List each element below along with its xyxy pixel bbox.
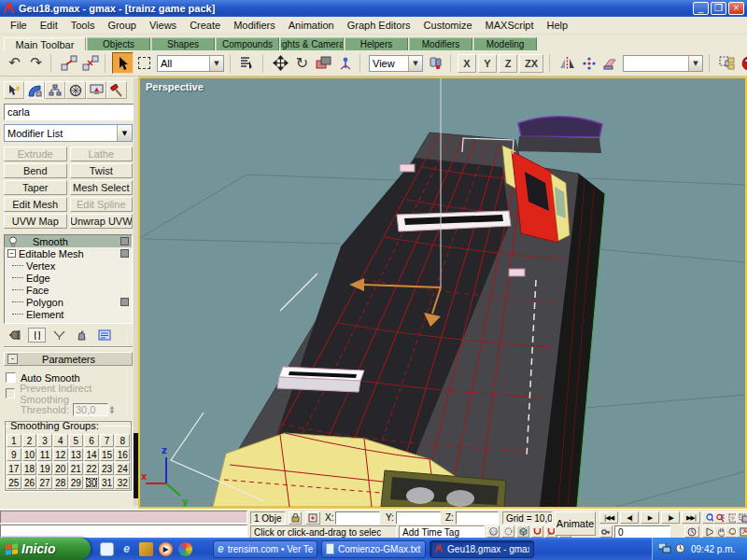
smoothing-group-30[interactable]: 30	[84, 476, 99, 489]
menu-item-views[interactable]: Views	[143, 18, 183, 33]
smoothing-group-9[interactable]: 9	[7, 448, 21, 461]
stack-item-edge[interactable]: Edge	[5, 272, 132, 284]
menu-item-group[interactable]: Group	[101, 18, 143, 33]
smoothing-group-7[interactable]: 7	[100, 434, 115, 447]
modifier-button-twist[interactable]: Twist	[70, 163, 134, 178]
smoothing-group-31[interactable]: 31	[100, 476, 115, 489]
smoothing-group-18[interactable]: 18	[22, 462, 37, 475]
smoothing-group-10[interactable]: 10	[22, 448, 37, 461]
select-object-button[interactable]	[112, 52, 134, 74]
perspective-viewport[interactable]: z x y Perspective	[138, 77, 747, 509]
mirror-button[interactable]	[557, 52, 578, 74]
tab-create[interactable]	[4, 81, 24, 99]
use-pivot-point-button[interactable]	[425, 52, 446, 74]
menu-item-help[interactable]: Help	[541, 18, 575, 33]
dropdown-arrow-icon[interactable]: ▼	[408, 56, 422, 71]
smoothing-group-22[interactable]: 22	[84, 462, 99, 475]
array-button[interactable]	[578, 52, 599, 74]
select-and-manipulate-button[interactable]	[334, 52, 356, 74]
animate-button[interactable]: Animate	[555, 511, 596, 536]
play-button[interactable]: ▶	[641, 511, 659, 524]
smoothing-group-2[interactable]: 2	[22, 434, 37, 447]
smoothing-group-13[interactable]: 13	[69, 448, 84, 461]
crossing-selection-icon[interactable]	[516, 525, 529, 538]
undo-button[interactable]: ↶	[4, 52, 25, 74]
taskbar-window-2[interactable]: Comienzo-GMax.txt -...	[321, 540, 426, 558]
tab-motion[interactable]	[65, 81, 86, 99]
stack-item-smooth[interactable]: Smooth	[5, 235, 132, 247]
reference-coordinate-dropdown[interactable]: View ▼	[369, 55, 423, 72]
smoothing-group-23[interactable]: 23	[100, 462, 115, 475]
redo-button[interactable]: ↷	[25, 52, 47, 74]
modifier-button-edit-mesh[interactable]: Edit Mesh	[4, 197, 67, 212]
toolbar-tab-lights-cameras[interactable]: Lights & Cameras	[280, 37, 344, 50]
schematic-view-button[interactable]	[716, 52, 738, 74]
modifier-button-uvw-map[interactable]: UVW Map	[4, 214, 67, 229]
toolbar-tab-modeling[interactable]: Modeling	[473, 37, 537, 50]
smoothing-group-25[interactable]: 25	[7, 476, 21, 489]
mini-listener-line[interactable]	[0, 525, 247, 538]
macro-recorder-line[interactable]	[0, 511, 247, 524]
selection-filter-dropdown[interactable]: All ▼	[157, 55, 224, 72]
menu-item-tools[interactable]: Tools	[64, 18, 102, 33]
unlink-selection-button[interactable]	[79, 52, 101, 74]
quicklaunch-browser-icon[interactable]	[178, 542, 192, 556]
smoothing-group-1[interactable]: 1	[7, 434, 21, 447]
smoothing-group-19[interactable]: 19	[37, 462, 52, 475]
modifier-button-mesh-select[interactable]: Mesh Select	[70, 180, 134, 195]
stack-item-vertex[interactable]: Vertex	[5, 259, 132, 272]
smoothing-group-28[interactable]: 28	[53, 476, 68, 489]
x-coordinate-field[interactable]	[335, 511, 380, 525]
menu-item-customize[interactable]: Customize	[417, 18, 479, 33]
dropdown-arrow-icon[interactable]: ▼	[209, 56, 223, 71]
toolbar-tab-helpers[interactable]: Helpers	[345, 37, 408, 50]
smoothing-group-32[interactable]: 32	[115, 476, 130, 489]
tab-modify[interactable]	[24, 81, 45, 99]
toolbar-tab-objects[interactable]: Objects	[87, 37, 150, 50]
auto-smooth-checkbox[interactable]	[6, 372, 16, 383]
time-configuration-icon[interactable]	[684, 525, 699, 538]
select-and-rotate-button[interactable]: ↻	[291, 52, 313, 74]
select-and-move-button[interactable]	[270, 52, 291, 74]
selection-lock-icon[interactable]	[289, 511, 302, 525]
snap-3d-icon[interactable]	[531, 525, 543, 538]
restrict-x-button[interactable]: X	[458, 54, 476, 73]
restrict-plane-button[interactable]: ZX	[519, 54, 543, 73]
menu-item-graph-editors[interactable]: Graph Editors	[341, 18, 417, 33]
smoothing-group-16[interactable]: 16	[115, 448, 130, 461]
transform-type-in-icon[interactable]	[305, 511, 320, 525]
smoothing-group-29[interactable]: 29	[69, 476, 84, 489]
menu-item-animation[interactable]: Animation	[282, 18, 341, 33]
smoothing-group-21[interactable]: 21	[69, 462, 84, 475]
smoothing-group-8[interactable]: 8	[115, 434, 130, 447]
smoothing-group-12[interactable]: 12	[53, 448, 68, 461]
object-name-input[interactable]	[4, 104, 138, 120]
make-unique-button[interactable]	[50, 328, 68, 343]
menu-item-maxscript[interactable]: MAXScript	[479, 18, 541, 33]
quicklaunch-outlook-icon[interactable]	[139, 542, 153, 556]
time-tag-field[interactable]: Add Time Tag	[399, 525, 485, 539]
smoothing-group-5[interactable]: 5	[69, 434, 84, 447]
select-and-link-button[interactable]	[58, 52, 79, 74]
select-by-name-button[interactable]	[237, 52, 259, 74]
stack-item-polygon[interactable]: Polygon	[5, 296, 132, 308]
previous-frame-button[interactable]: ◀|	[620, 511, 639, 524]
tab-utilities[interactable]	[106, 81, 127, 99]
dropdown-arrow-icon[interactable]: ▼	[117, 125, 132, 141]
tab-hierarchy[interactable]	[45, 81, 65, 99]
menu-item-file[interactable]: File	[4, 18, 34, 33]
clock-tray-icon[interactable]	[675, 543, 685, 555]
start-button[interactable]: Inicio	[0, 538, 91, 560]
remove-modifier-button[interactable]	[73, 328, 91, 343]
y-coordinate-field[interactable]	[396, 511, 441, 525]
stack-onoff-swatch[interactable]	[120, 249, 129, 258]
taskbar-window-3[interactable]: Geu18.gmax - gmax -...	[430, 540, 534, 558]
modifier-button-bend[interactable]: Bend	[4, 163, 67, 178]
go-to-start-button[interactable]: |◀◀	[599, 511, 618, 524]
menu-item-create[interactable]: Create	[183, 18, 227, 33]
smoothing-group-17[interactable]: 17	[7, 462, 21, 475]
selection-region-icon[interactable]	[501, 525, 514, 538]
modifier-list-dropdown[interactable]: Modifier List ▼	[4, 124, 133, 142]
collapse-icon[interactable]: −	[7, 249, 16, 258]
collapse-rollout-icon[interactable]: -	[7, 354, 18, 364]
